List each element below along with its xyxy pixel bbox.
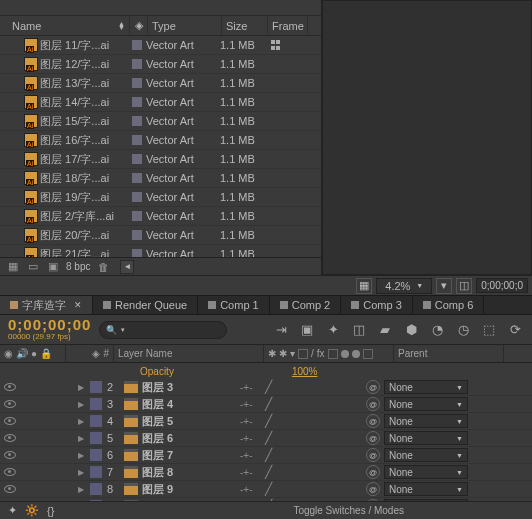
pickwhip-icon[interactable]: @ [366,414,380,428]
new-comp-icon[interactable]: ▣ [46,260,60,274]
timeline-search-input[interactable]: 🔍▾ [99,321,227,339]
shy-icon[interactable]: ⇥ [272,321,290,339]
layer-expand-toggle[interactable]: ▶ [66,434,88,443]
asset-row[interactable]: 图层 18/字...ai Vector Art 1.1 MB [0,169,321,188]
tab-comp-1[interactable]: Comp 1 [198,296,270,314]
tab-comp-3[interactable]: Comp 3 [341,296,413,314]
close-tab-icon[interactable]: ✕ [74,300,82,310]
visibility-toggle[interactable] [4,485,16,493]
resolution-icon[interactable]: ▾ [436,278,452,294]
interpret-footage-icon[interactable]: ▦ [6,260,20,274]
layer-color-label[interactable] [90,398,102,410]
column-type[interactable]: Type [148,16,222,35]
visibility-toggle[interactable] [4,383,16,391]
parent-column[interactable]: Parent [394,345,504,362]
brackets-icon[interactable]: {} [47,505,54,517]
asset-row[interactable]: 图层 11/字...ai Vector Art 1.1 MB [0,36,321,55]
layer-row[interactable]: ▶ 8 图层 9 -+- ╱ @ None▼ [0,481,532,498]
solo-column-icon[interactable]: ● [31,348,37,359]
layer-expand-toggle[interactable]: ▶ [66,451,88,460]
layer-row[interactable]: ▶ 6 图层 7 -+- ╱ @ None▼ [0,447,532,464]
visibility-toggle[interactable] [4,434,16,442]
visibility-toggle[interactable] [4,468,16,476]
switch-dash-icon[interactable]: -+- [240,399,253,410]
asset-label[interactable] [128,230,146,240]
asset-label[interactable] [128,249,146,257]
scroll-left-icon[interactable]: ◄ [120,260,134,274]
layer-row[interactable]: ▶ 4 图层 5 -+- ╱ @ None▼ [0,413,532,430]
pickwhip-icon[interactable]: @ [366,482,380,496]
tab-comp-2[interactable]: Comp 2 [270,296,342,314]
layer-row[interactable]: ▶ 5 图层 6 -+- ╱ @ None▼ [0,430,532,447]
switch-dash-icon[interactable]: -+- [240,382,253,393]
parent-dropdown[interactable]: None▼ [384,448,468,462]
trash-icon[interactable]: 🗑 [96,260,110,274]
toggle-switches-modes-button[interactable]: Toggle Switches / Modes [293,505,404,516]
tab-字库造字[interactable]: 字库造字✕ [0,296,93,314]
asset-label[interactable] [128,59,146,69]
layer-color-label[interactable] [90,449,102,461]
layer-color-label[interactable] [90,432,102,444]
asset-label[interactable] [128,154,146,164]
layer-row[interactable]: ▶ 3 图层 4 -+- ╱ @ None▼ [0,396,532,413]
layer-name[interactable]: 图层 4 [142,397,236,412]
layer-name[interactable]: 图层 5 [142,414,236,429]
asset-row[interactable]: 图层 14/字...ai Vector Art 1.1 MB [0,93,321,112]
layer-name[interactable]: 图层 7 [142,448,236,463]
layer-name[interactable]: 图层 9 [142,482,236,497]
asset-row[interactable]: 图层 15/字...ai Vector Art 1.1 MB [0,112,321,131]
asset-row[interactable]: 图层 20/字...ai Vector Art 1.1 MB [0,226,321,245]
frame-blend-icon[interactable]: ◫ [350,321,368,339]
layer-name-column[interactable]: Layer Name [114,345,264,362]
switch-slash-icon[interactable]: ╱ [265,380,272,394]
opacity-value[interactable]: 100% [292,366,318,377]
pills-icon[interactable]: ⬚ [480,321,498,339]
current-timecode[interactable]: 0;00;00;00 [8,318,91,332]
tab-render-queue[interactable]: Render Queue [93,296,198,314]
graph-editor-icon[interactable]: ◔ [428,321,446,339]
asset-row[interactable]: 图层 17/字...ai Vector Art 1.1 MB [0,150,321,169]
switch-slash-icon[interactable]: ╱ [265,465,272,479]
pickwhip-icon[interactable]: @ [366,448,380,462]
audio-column-icon[interactable]: 🔊 [16,348,28,359]
layer-expand-toggle[interactable]: ▶ [66,485,88,494]
asset-label[interactable] [128,40,146,50]
switch-dash-icon[interactable]: -+- [240,433,253,444]
layer-name[interactable]: 图层 8 [142,465,236,480]
comp-flowchart-icon[interactable]: ▣ [298,321,316,339]
asset-row[interactable]: 图层 12/字...ai Vector Art 1.1 MB [0,55,321,74]
stopwatch-icon[interactable]: ◷ [454,321,472,339]
layer-color-label[interactable] [90,466,102,478]
parent-dropdown[interactable]: None▼ [384,380,468,394]
switch-slash-icon[interactable]: ╱ [265,397,272,411]
layer-name[interactable]: 图层 6 [142,431,236,446]
layer-color-label[interactable] [90,483,102,495]
pickwhip-icon[interactable]: @ [366,431,380,445]
asset-row[interactable]: 图层 16/字...ai Vector Art 1.1 MB [0,131,321,150]
layer-color-label[interactable] [90,381,102,393]
expand-icon[interactable]: ✦ [8,504,17,517]
layer-name[interactable]: 图层 3 [142,380,236,395]
tab-comp-6[interactable]: Comp 6 [413,296,485,314]
motion-blur-icon[interactable]: ▰ [376,321,394,339]
label-column-icon[interactable]: ◈ [92,348,100,359]
switch-slash-icon[interactable]: ╱ [265,482,272,496]
pickwhip-icon[interactable]: @ [366,397,380,411]
asset-list[interactable]: 图层 11/字...ai Vector Art 1.1 MB 图层 12/字..… [0,36,321,257]
asset-row[interactable]: 图层 19/字...ai Vector Art 1.1 MB [0,188,321,207]
pickwhip-icon[interactable]: @ [366,380,380,394]
zoom-dropdown[interactable]: 4.2%▼ [376,278,432,294]
switch-slash-icon[interactable]: ╱ [265,448,272,462]
layer-row[interactable]: ▶ 7 图层 8 -+- ╱ @ None▼ [0,464,532,481]
brain-icon[interactable]: ⬢ [402,321,420,339]
lock-column-icon[interactable]: 🔒 [40,348,52,359]
grid-icon[interactable]: ▦ [356,278,372,294]
switch-slash-icon[interactable]: ╱ [265,414,272,428]
render-icon[interactable]: ⟳ [506,321,524,339]
asset-row[interactable]: 图层 21/字...ai Vector Art 1.1 MB [0,245,321,257]
asset-row[interactable]: 图层 13/字...ai Vector Art 1.1 MB [0,74,321,93]
video-column-icon[interactable]: ◉ [4,348,13,359]
roi-icon[interactable]: ◫ [456,278,472,294]
switch-dash-icon[interactable]: -+- [240,450,253,461]
preview-timecode[interactable]: 0;00;00;0 [476,278,528,293]
